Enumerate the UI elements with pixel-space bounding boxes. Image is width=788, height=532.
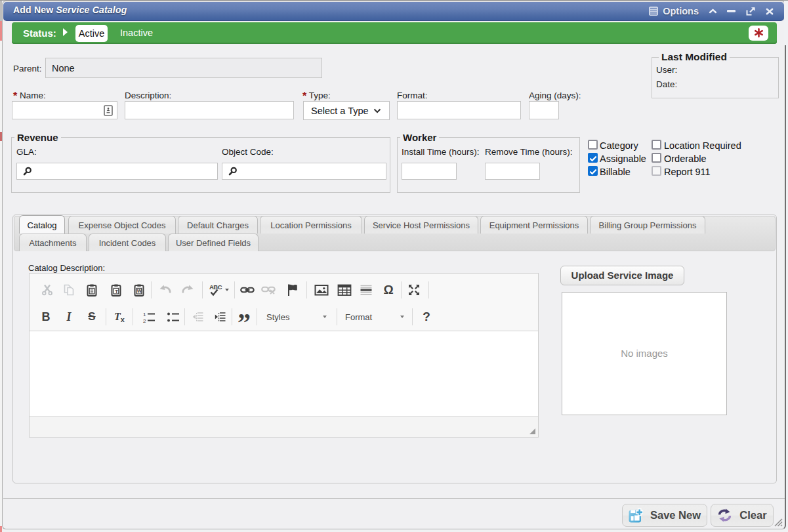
svg-text:2: 2 <box>143 318 146 323</box>
svg-text:W: W <box>137 288 142 294</box>
svg-text:T: T <box>115 288 118 294</box>
svg-text:ABC: ABC <box>209 283 222 291</box>
svg-text:1: 1 <box>143 312 146 317</box>
